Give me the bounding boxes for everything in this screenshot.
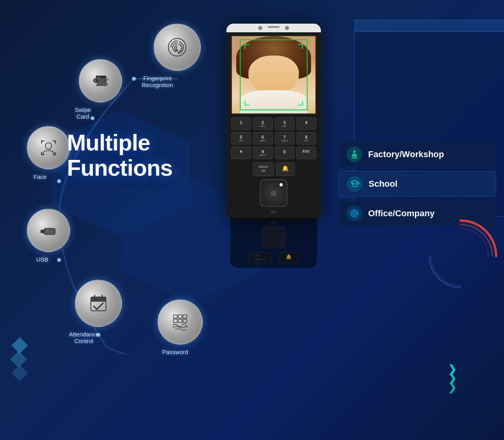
svg-rect-12 [41,230,44,233]
key-1[interactable]: 1 [231,117,251,130]
corner-br [298,101,303,106]
chevron-3: ❯ [448,382,457,393]
svg-rect-28 [183,315,187,318]
fp-light [280,183,283,186]
fingerprint-reader: ◎ [260,179,287,207]
svg-rect-30 [178,319,182,323]
deco-arc [421,217,500,295]
office-icon [346,206,362,221]
svg-rect-13 [51,230,53,232]
fingerprint-label-1: Fingerprint [143,75,172,82]
use-case-factory[interactable]: Factory/Workshop [339,142,496,167]
password-label: Password [162,349,188,355]
svg-rect-32 [354,157,355,158]
face-detection-box [240,39,308,110]
attendance-label-1: Attendance [69,331,99,338]
heading-line1: Multiple [67,130,172,155]
feature-swipe-card: CARD [79,59,122,102]
heading-line2: Functions [67,155,172,180]
feature-fingerprint [154,24,201,71]
nfc-icon: ◎ [271,189,276,197]
svg-point-36 [354,213,355,214]
key-9[interactable]: 9WXYZ [253,147,272,159]
nfc-label: ((•)) [231,210,316,214]
device-main: 1 2ABC 3DEF 4 5JKL 6MNO 7PQRS 8TUV ▼ 9WX… [226,24,321,220]
key-esc[interactable]: ESC [296,147,316,159]
svg-point-20 [48,232,49,233]
key-4[interactable]: 4 [296,117,316,130]
btn-menu-ok[interactable]: MENUOK [253,162,274,176]
key-8[interactable]: 8TUV [296,132,316,145]
diamond-3 [11,365,28,381]
shadow-nfc: ((•)) [233,221,314,225]
label-attendance: Attendance Control [69,331,99,344]
school-icon [347,176,363,192]
shadow-fingerprint [262,226,285,248]
svg-rect-31 [183,319,187,323]
feature-password [158,299,203,345]
svg-rect-23 [91,299,106,301]
feature-usb [27,209,70,252]
camera-1 [258,26,262,30]
shadow-bell: 🔔 [279,252,298,263]
keypad-menu-row: MENUOK 🔔 [231,162,316,176]
label-usb: USB [36,256,48,263]
device-top-bar [226,24,321,32]
feature-attendance [75,280,122,327]
key-0[interactable]: 0 [275,147,295,159]
svg-point-2 [57,179,61,183]
svg-rect-27 [178,315,182,318]
device-keypad: 1 2ABC 3DEF 4 5JKL 6MNO 7PQRS 8TUV ▼ 9WX… [231,117,316,159]
btn-bell[interactable]: 🔔 [276,162,295,176]
swipe-card-label-1: Swipe [75,106,91,113]
svg-point-3 [57,258,61,262]
label-face: Face [33,173,46,180]
label-swipe-card: Swipe Card [75,106,91,120]
swipe-card-label-2: Card [76,113,89,120]
key-down[interactable]: ▼ [231,147,251,159]
usb-label: USB [36,256,48,263]
svg-point-1 [91,116,94,120]
device-container: 1 2ABC 3DEF 4 5JKL 6MNO 7PQRS 8TUV ▼ 9WX… [220,24,327,268]
feature-face [27,126,70,169]
shadow-buttons: OKMENU 🔔 [233,251,314,265]
corner-bl [245,101,249,106]
label-password: Password [162,349,188,355]
device-cameras [258,26,289,30]
diamond-decorations [12,340,26,381]
svg-rect-26 [173,315,177,318]
corner-tl [245,44,249,49]
svg-point-10 [45,143,52,149]
key-7[interactable]: 7PQRS [275,132,295,145]
diamond-1 [11,337,28,354]
multiple-functions-heading: Multiple Functions [67,130,172,180]
device-speaker [268,26,280,28]
svg-point-18 [45,233,46,234]
factory-label: Factory/Workshop [368,149,444,160]
svg-rect-14 [54,230,54,232]
device-screen [231,35,316,114]
label-fingerprint: Fingerprint Recognition [142,75,173,88]
face-label: Face [33,173,46,180]
attendance-label-2: Control [74,338,93,344]
svg-rect-29 [173,319,177,323]
key-3[interactable]: 3DEF [275,117,295,130]
use-case-school[interactable]: School [339,171,496,197]
chevron-arrows: ❯ ❯ ❯ [448,364,457,393]
device-shadow: ((•)) OKMENU 🔔 [230,218,317,268]
key-2[interactable]: 2ABC [253,117,272,130]
camera-2 [285,26,289,30]
school-label: School [369,179,397,189]
key-5[interactable]: 5JKL [231,132,251,145]
shadow-ok: OKMENU [249,252,272,263]
factory-icon [346,147,362,162]
key-6[interactable]: 6MNO [253,132,272,145]
corner-tr [298,44,303,49]
fingerprint-label-2: Recognition [142,82,173,88]
